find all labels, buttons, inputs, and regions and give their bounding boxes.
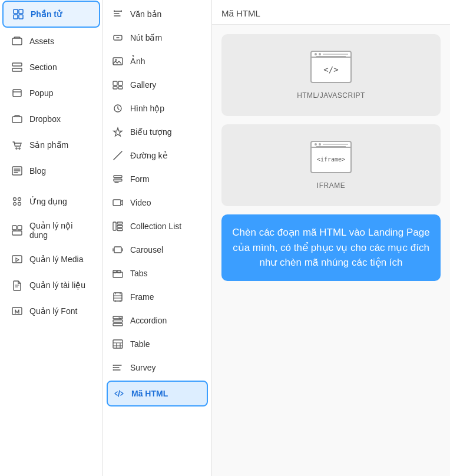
- gallery-icon: [111, 78, 124, 91]
- right-header: Mã HTML: [212, 0, 450, 25]
- middle-item-form[interactable]: Form: [103, 167, 211, 191]
- middle-label-accordion: Accordion: [130, 316, 167, 325]
- middle-item-accordion[interactable]: Accordion: [103, 309, 211, 332]
- sidebar-label-quan-ly-font: Quản lý Font: [29, 306, 77, 316]
- svg-rect-30: [114, 179, 122, 181]
- middle-item-bieu-tuong[interactable]: Biểu tượng: [103, 120, 211, 144]
- middle-panel: Văn bản Nút bấm Ảnh: [103, 0, 212, 476]
- sidebar-item-ung-dung[interactable]: Ứng dụng: [2, 189, 100, 214]
- svg-rect-39: [117, 270, 121, 273]
- sidebar-item-phan-tu[interactable]: Phần tử: [2, 1, 100, 28]
- popup-icon: [11, 87, 24, 100]
- sidebar-item-quan-ly-font[interactable]: Quản lý Font: [2, 299, 100, 323]
- middle-item-survey[interactable]: Survey: [103, 356, 211, 379]
- phan-tu-icon: [12, 8, 25, 21]
- svg-rect-1: [19, 9, 23, 14]
- card-iframe[interactable]: <iframe> IFRAME: [221, 124, 441, 206]
- middle-item-nut-bam[interactable]: Nút bấm: [103, 26, 211, 49]
- sidebar: Phần tử Assets Section Popup: [0, 0, 103, 476]
- middle-item-van-ban[interactable]: Văn bản: [103, 2, 211, 26]
- middle-item-table[interactable]: Table: [103, 332, 211, 356]
- svg-rect-27: [118, 87, 123, 89]
- svg-rect-36: [114, 247, 121, 253]
- svg-rect-8: [12, 117, 22, 123]
- middle-label-frame: Frame: [130, 292, 154, 302]
- svg-rect-44: [113, 340, 123, 348]
- middle-label-hinh-hop: Hình hộp: [130, 104, 164, 113]
- card-label-iframe: IFRAME: [317, 181, 345, 190]
- svg-point-47: [113, 369, 114, 371]
- svg-rect-20: [12, 308, 22, 315]
- card-html-js[interactable]: </> HTML/JAVASCRIPT: [221, 34, 441, 116]
- middle-item-duong-ke[interactable]: Đường kẻ: [103, 144, 211, 167]
- middle-label-tabs: Tabs: [130, 269, 148, 278]
- middle-label-survey: Survey: [130, 363, 156, 372]
- svg-point-15: [18, 203, 21, 206]
- card-label-html-js: HTML/JAVASCRIPT: [297, 91, 365, 100]
- right-content: </> HTML/JAVASCRIPT <iframe> IFRAME Chèn…: [212, 25, 450, 290]
- svg-rect-42: [113, 320, 123, 322]
- middle-label-table: Table: [130, 339, 150, 349]
- svg-rect-2: [14, 15, 18, 19]
- sidebar-label-popup: Popup: [29, 88, 53, 98]
- svg-rect-19: [12, 256, 22, 263]
- video-icon: [111, 196, 124, 209]
- sidebar-item-quan-ly-media[interactable]: Quản lý Media: [2, 247, 100, 272]
- sidebar-item-quan-ly-noi-dung[interactable]: Quản lý nội dung: [2, 215, 100, 246]
- middle-item-video[interactable]: Video: [103, 191, 211, 214]
- right-title: Mã HTML: [221, 8, 260, 18]
- sidebar-item-quan-ly-tai-lieu[interactable]: Quản lý tài liệu: [2, 273, 100, 298]
- middle-item-carousel[interactable]: Carousel: [103, 238, 211, 262]
- sidebar-label-ung-dung: Ứng dụng: [29, 197, 67, 206]
- middle-label-video: Video: [130, 198, 151, 207]
- middle-item-tabs[interactable]: Tabs: [103, 262, 211, 285]
- middle-label-anh: Ảnh: [130, 57, 145, 66]
- svg-point-23: [115, 60, 117, 61]
- sidebar-item-assets[interactable]: Assets: [2, 29, 100, 54]
- html-js-box-text: </>: [323, 65, 338, 74]
- quan-ly-tai-lieu-icon: [11, 279, 24, 292]
- svg-rect-16: [12, 226, 16, 230]
- form-icon: [111, 173, 124, 186]
- duong-ke-icon: [111, 149, 124, 162]
- svg-rect-7: [13, 90, 21, 97]
- middle-item-frame[interactable]: Frame: [103, 285, 211, 309]
- svg-point-9: [16, 148, 17, 149]
- svg-rect-31: [113, 200, 121, 206]
- middle-item-anh[interactable]: Ảnh: [103, 49, 211, 73]
- svg-rect-35: [117, 229, 123, 231]
- middle-item-collection-list[interactable]: Collection List: [103, 214, 211, 238]
- middle-item-hinh-hop[interactable]: Hình hộp: [103, 97, 211, 120]
- svg-rect-40: [114, 293, 122, 301]
- sidebar-item-blog[interactable]: Blog: [2, 158, 100, 183]
- sidebar-item-dropbox[interactable]: Dropbox: [2, 107, 100, 131]
- nut-bam-icon: [111, 31, 124, 44]
- table-icon: [111, 338, 124, 351]
- sidebar-label-blog: Blog: [29, 166, 46, 176]
- sidebar-label-san-pham: Sản phẩm: [29, 140, 68, 150]
- html-js-box: </>: [310, 51, 352, 83]
- assets-icon: [11, 35, 24, 48]
- svg-rect-17: [18, 226, 22, 230]
- iframe-box: <iframe>: [310, 141, 352, 173]
- description-text: Chèn các đoạn mã HTML vào Landing Page c…: [232, 227, 429, 268]
- sidebar-item-popup[interactable]: Popup: [2, 81, 100, 105]
- middle-label-collection-list: Collection List: [130, 222, 181, 231]
- anh-icon: [111, 55, 124, 68]
- svg-point-12: [14, 198, 16, 201]
- description-box: Chèn các đoạn mã HTML vào Landing Page c…: [221, 214, 441, 281]
- sidebar-item-san-pham[interactable]: Sản phẩm: [2, 133, 100, 157]
- middle-item-gallery[interactable]: Gallery: [103, 73, 211, 97]
- sidebar-item-section[interactable]: Section: [2, 55, 100, 80]
- svg-point-10: [19, 148, 20, 149]
- quan-ly-noi-dung-icon: [11, 224, 24, 237]
- sidebar-label-quan-ly-media: Quản lý Media: [29, 254, 83, 264]
- middle-item-ma-html[interactable]: Mã HTML: [107, 381, 208, 406]
- middle-label-van-ban: Văn bản: [130, 9, 161, 19]
- tabs-icon: [111, 267, 124, 280]
- svg-rect-0: [14, 9, 18, 14]
- svg-rect-38: [113, 270, 117, 273]
- sidebar-label-quan-ly-noi-dung: Quản lý nội dung: [29, 221, 92, 240]
- svg-point-13: [18, 198, 21, 201]
- sidebar-label-assets: Assets: [29, 37, 54, 46]
